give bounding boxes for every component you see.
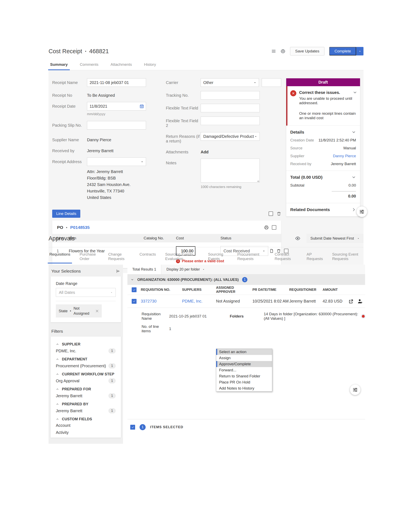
chevron-down-icon[interactable] — [353, 90, 357, 95]
chevron-down-icon[interactable] — [352, 130, 356, 134]
tab-sourcing-events[interactable]: Sourcing Events — [208, 249, 229, 265]
filter-item[interactable]: Fund — [56, 436, 116, 438]
filter-item[interactable]: Activity — [56, 429, 116, 436]
address-line: Huntsville, TX 77340 — [87, 188, 166, 194]
carrier-label: Carrier — [166, 78, 201, 87]
supplier-link[interactable]: Danny Pierce — [333, 154, 356, 158]
filter-group-name: PREPARED BY — [62, 402, 88, 406]
filter-item-label: Account — [56, 423, 70, 428]
po-select-checkbox[interactable] — [272, 225, 276, 230]
related-documents-section[interactable]: Related Documents — [286, 203, 360, 217]
filter-item-label: Jeremy Barrett — [56, 394, 82, 398]
flexible-text-field-2-input[interactable] — [201, 117, 260, 125]
complete-dropdown-toggle[interactable] — [356, 47, 364, 56]
results-table-header: REQUISITION NO. SUPPLIERS ASSIGNED APPRO… — [127, 285, 365, 295]
packing-slip-input[interactable] — [87, 121, 146, 130]
tab-procurement-requests[interactable]: Procurement Requests — [237, 249, 266, 265]
menu-item-approve-complete[interactable]: Approve/Complete — [216, 361, 272, 367]
tab-contract-requests[interactable]: Contract Requests — [274, 249, 298, 265]
chevron-up-icon[interactable] — [56, 342, 59, 346]
chevron-up-icon[interactable] — [56, 402, 59, 406]
filter-item[interactable]: Procurement (Procurement)1 — [56, 362, 116, 371]
tab-attachments[interactable]: Attachments — [110, 59, 132, 70]
date-range-select[interactable]: All Dates — [56, 288, 116, 297]
chevron-up-icon[interactable] — [56, 388, 59, 391]
carrier-select[interactable]: Other — [201, 78, 259, 87]
hamburger-menu-icon[interactable] — [271, 49, 276, 53]
row-checkbox[interactable] — [132, 299, 137, 304]
menu-item-forward[interactable]: Forward... — [216, 367, 272, 373]
tab-comments[interactable]: Comments — [79, 59, 99, 70]
receipt-date-input[interactable] — [87, 102, 146, 111]
chevron-down-icon[interactable] — [352, 175, 356, 180]
filter-settings-fab[interactable] — [357, 206, 367, 217]
line-items-value: 1 — [169, 327, 230, 331]
approvals-sidebar: Your Selections Date Range All Dates Sta… — [48, 265, 123, 444]
save-updates-button[interactable]: Save Updates — [290, 47, 324, 56]
receipt-name-input[interactable] — [87, 78, 146, 87]
filter-item[interactable]: Jeremy Barrett1 — [56, 407, 116, 416]
filter-item[interactable]: Jeremy Barrett1 — [56, 392, 116, 401]
line-details-button[interactable]: Line Details — [52, 210, 80, 218]
select-all-checkbox[interactable] — [132, 287, 137, 292]
calendar-icon[interactable] — [140, 104, 144, 108]
supplier-name-link[interactable]: Danny Pierce — [87, 136, 111, 142]
print-icon[interactable] — [264, 225, 269, 230]
menu-item-place-pr-on-hold[interactable]: Place PR On Hold — [216, 379, 272, 385]
tab-sourcing-events-evaluation[interactable]: Sourcing Events Evaluation — [165, 249, 199, 265]
eye-icon[interactable] — [295, 236, 300, 241]
tab-history[interactable]: History — [144, 59, 156, 70]
tab-change-requests[interactable]: Change Requests — [108, 249, 131, 265]
collapse-panel-icon[interactable] — [116, 269, 120, 273]
carrier-other-input[interactable] — [262, 78, 281, 87]
organization-folder-row[interactable]: ORGANIZATION: 630000 (PROCUREMENT): (ALL… — [127, 274, 365, 285]
supplier-link[interactable]: PDME, Inc. — [182, 299, 216, 304]
filter-item[interactable]: Account — [56, 422, 116, 429]
col-suppliers: SUPPLIERS — [182, 288, 216, 292]
flexible-text-field-input[interactable] — [201, 104, 260, 112]
chevron-up-icon[interactable] — [56, 358, 59, 361]
folders-label: Folders — [230, 314, 264, 319]
tracking-no-input[interactable] — [201, 91, 260, 100]
filter-item[interactable]: Org Approval1 — [56, 377, 116, 386]
requisition-no-link[interactable]: 3372730 — [141, 299, 182, 304]
document-number: 468821 — [89, 48, 109, 55]
tab-ap-requests[interactable]: AP Requests — [306, 249, 323, 265]
display-per-folder-dropdown[interactable]: Display 20 per folder — [161, 265, 210, 274]
requisition-row: 3372730 PDME, Inc. Not Assigned 10/25/20… — [127, 295, 365, 308]
notes-characters-remaining: 1000 characters remaining — [201, 185, 260, 189]
tab-contracts[interactable]: Contracts — [139, 249, 156, 265]
select-all-lines-checkbox[interactable] — [269, 211, 273, 216]
filter-settings-fab[interactable] — [350, 384, 360, 395]
resize-handle-icon[interactable] — [256, 179, 259, 182]
tab-summary[interactable]: Summary — [50, 59, 68, 70]
print-icon[interactable] — [281, 49, 285, 53]
menu-item-select-an-action[interactable]: Select an action — [216, 349, 272, 355]
notes-textarea[interactable] — [201, 159, 260, 182]
sort-dropdown[interactable]: Submit Date Newest First — [307, 234, 364, 243]
open-in-new-icon[interactable] — [348, 299, 354, 304]
carrier-select-value: Other — [203, 80, 213, 85]
detail-row: Creation Date 11/8/2021 2:52:40 PM — [290, 134, 356, 142]
complete-button[interactable]: Complete — [329, 47, 356, 56]
add-attachment-link[interactable]: Add — [201, 148, 208, 154]
filter-count-badge: 1 — [108, 363, 116, 369]
caret-down-icon — [111, 291, 113, 294]
receipt-address-select[interactable] — [87, 157, 146, 166]
tab-sourcing-event-requests[interactable]: Sourcing Event Requests — [332, 249, 364, 265]
chevron-up-icon[interactable] — [56, 418, 59, 421]
return-reasons-select[interactable]: Damaged/Defective Product — [201, 132, 260, 141]
po-number-link[interactable]: P0148535 — [70, 225, 90, 230]
filter-item[interactable]: PDME, Inc.1 — [56, 347, 116, 356]
selected-items-checkbox[interactable] — [130, 425, 135, 430]
trash-icon[interactable] — [277, 211, 281, 216]
source-label: Source — [290, 146, 302, 150]
menu-item-add-notes-to-history[interactable]: Add Notes to History — [216, 385, 272, 391]
menu-item-return-to-shared-folder[interactable]: Return to Shared Folder — [216, 373, 272, 379]
menu-item-assign[interactable]: Assign — [216, 355, 272, 361]
tab-purchase-order[interactable]: Purchase Order — [79, 249, 100, 265]
remove-chip-icon[interactable] — [95, 309, 99, 313]
chevron-up-icon[interactable] — [56, 372, 59, 376]
assign-user-icon[interactable] — [357, 299, 363, 304]
tab-requisitions[interactable]: Requisitions — [49, 249, 71, 265]
